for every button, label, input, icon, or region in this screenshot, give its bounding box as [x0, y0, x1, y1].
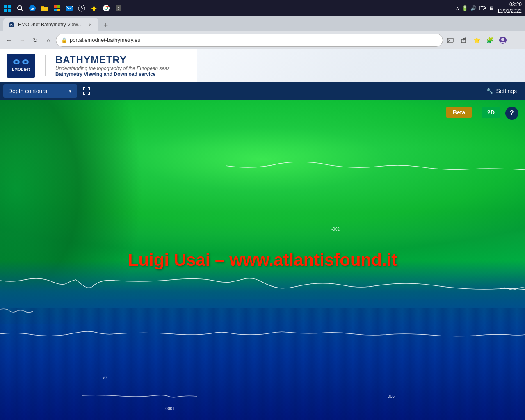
- site-service: Bathymetry Viewing and Download service: [55, 71, 170, 77]
- language-indicator: ITA: [479, 5, 486, 11]
- rocket-icon[interactable]: [89, 4, 98, 13]
- browser-chrome: B EMODnet Bathymetry Viewing a... ✕ + ← …: [0, 16, 525, 49]
- address-bar: ← → ↻ ⌂ 🔒 portal.emodnet-bathymetry.eu ⭐…: [0, 31, 525, 49]
- svg-point-22: [501, 38, 504, 41]
- star-icon[interactable]: ⭐: [471, 34, 482, 46]
- site-subtitle: Understanding the topography of the Euro…: [55, 66, 170, 71]
- battery-icon: 🔋: [462, 5, 468, 11]
- tab-title: EMODnet Bathymetry Viewing a...: [18, 22, 84, 27]
- browser-action-area: ⭐ 🧩 ⋮: [445, 34, 522, 46]
- settings-icon: 🔧: [486, 88, 493, 94]
- svg-text:-002: -002: [331, 227, 340, 231]
- url-input[interactable]: 🔒 portal.emodnet-bathymetry.eu: [56, 34, 443, 47]
- search-icon[interactable]: [16, 4, 25, 13]
- chevron-down-icon: ▼: [68, 89, 72, 94]
- logo-right-pupil: [24, 61, 27, 63]
- logo-brand-text: EMODnet: [12, 67, 30, 71]
- svg-text:-005: -005: [386, 394, 395, 399]
- tab-close-button[interactable]: ✕: [87, 21, 94, 28]
- site-title-area: BATHYMETRY Understanding the topography …: [55, 54, 170, 77]
- back-button[interactable]: ←: [3, 34, 15, 46]
- url-text: portal.emodnet-bathymetry.eu: [70, 37, 140, 43]
- help-button[interactable]: ?: [505, 107, 518, 120]
- watermark-text: Luigi Usai – www.atlantisfound.it: [128, 250, 397, 270]
- reload-button[interactable]: ↻: [30, 34, 41, 46]
- volume-icon[interactable]: 🔊: [470, 5, 477, 11]
- toolbar: Depth contours ▼ 🔧 Settings: [0, 82, 525, 100]
- logo-left-eye: [13, 59, 20, 64]
- depth-contours-dropdown[interactable]: Depth contours ▼: [3, 84, 77, 98]
- svg-point-0: [18, 6, 22, 10]
- share-icon[interactable]: [458, 34, 469, 46]
- site-title: BATHYMETRY: [55, 54, 170, 66]
- taskbar-left: ?: [3, 4, 123, 13]
- unknown-app-icon[interactable]: ?: [114, 4, 123, 13]
- tab-bar: B EMODnet Bathymetry Viewing a... ✕ +: [0, 16, 525, 31]
- toolbar-left: Depth contours ▼: [3, 84, 93, 98]
- windows-logo-icon[interactable]: [3, 4, 12, 13]
- taskbar-right: ∧ 🔋 🔊 ITA 🖥 03:20 13/01/2022: [456, 2, 522, 14]
- mail-icon[interactable]: [65, 4, 74, 13]
- logo-left-pupil: [15, 61, 18, 63]
- active-tab[interactable]: B EMODnet Bathymetry Viewing a... ✕: [3, 18, 98, 31]
- emodnet-logo: EMODnet: [7, 54, 35, 78]
- header-background: [197, 49, 525, 82]
- svg-point-20: [447, 41, 448, 43]
- svg-rect-7: [54, 9, 57, 11]
- store-icon[interactable]: [52, 4, 62, 13]
- notification-icon[interactable]: 🖥: [489, 5, 494, 11]
- home-button[interactable]: ⌂: [43, 34, 54, 46]
- svg-line-1: [21, 9, 23, 11]
- forward-button[interactable]: →: [16, 34, 28, 46]
- menu-icon[interactable]: ⋮: [510, 34, 522, 46]
- chevron-up-icon[interactable]: ∧: [456, 5, 459, 11]
- svg-text:-v0: -v0: [101, 375, 107, 380]
- map-container[interactable]: -002 -v0 -005 -0001 Luigi Usai – www.atl…: [0, 100, 525, 420]
- logo-divider: [9, 66, 33, 66]
- chrome-icon[interactable]: [102, 4, 111, 13]
- extensions-icon[interactable]: 🧩: [484, 34, 495, 46]
- taskbar: ? ∧ 🔋 🔊 ITA 🖥 03:20 13/01/2022: [0, 0, 525, 16]
- svg-rect-8: [57, 9, 60, 11]
- expand-button[interactable]: [80, 85, 93, 97]
- svg-rect-4: [41, 6, 44, 7]
- settings-button[interactable]: 🔧 Settings: [482, 88, 522, 94]
- date-display: 13/01/2022: [497, 8, 522, 15]
- toolbar-right: 🔧 Settings: [482, 88, 522, 94]
- logo-eyes: [13, 59, 29, 64]
- lock-icon: 🔒: [61, 37, 67, 43]
- time-display: 03:20: [497, 2, 522, 8]
- clock-icon[interactable]: [77, 4, 86, 13]
- svg-rect-5: [54, 5, 57, 8]
- svg-point-14: [105, 7, 107, 9]
- svg-text:B: B: [10, 23, 13, 27]
- profile-icon[interactable]: [497, 34, 509, 46]
- svg-text:?: ?: [117, 7, 119, 11]
- cast-icon[interactable]: [445, 34, 456, 46]
- svg-text:-0001: -0001: [164, 406, 175, 411]
- beta-badge: Beta: [446, 107, 472, 118]
- logo-divider-line: [45, 55, 46, 76]
- new-tab-button[interactable]: +: [100, 20, 112, 31]
- file-explorer-icon[interactable]: [40, 4, 49, 13]
- view-2d-button[interactable]: 2D: [482, 107, 500, 118]
- settings-label: Settings: [496, 88, 517, 94]
- logo-right-eye: [22, 59, 29, 64]
- logo-area: EMODnet BATHYMETRY Understanding the top…: [7, 54, 170, 78]
- tab-favicon: B: [8, 21, 15, 28]
- site-header: EMODnet BATHYMETRY Understanding the top…: [0, 49, 525, 82]
- dropdown-label: Depth contours: [8, 88, 47, 94]
- svg-rect-6: [57, 5, 60, 8]
- clock-display: 03:20 13/01/2022: [497, 2, 522, 14]
- tray-area: ∧ 🔋 🔊 ITA 🖥: [456, 5, 494, 11]
- edge-icon[interactable]: [28, 4, 37, 13]
